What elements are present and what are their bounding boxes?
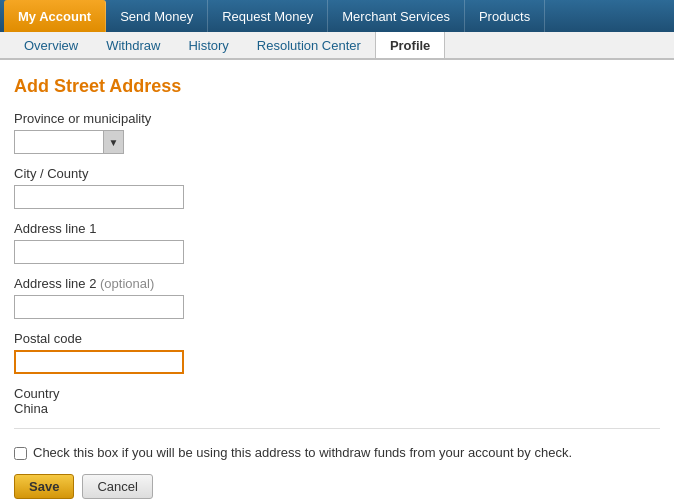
city-group: City / County: [14, 166, 660, 209]
address1-input[interactable]: [14, 240, 184, 264]
withdraw-checkbox-label: Check this box if you will be using this…: [33, 445, 572, 460]
city-label: City / County: [14, 166, 660, 181]
sub-navigation: Overview Withdraw History Resolution Cen…: [0, 32, 674, 60]
main-content: Add Street Address Province or municipal…: [0, 60, 674, 500]
nav-send-money[interactable]: Send Money: [106, 0, 208, 32]
province-select-wrap[interactable]: ▼: [14, 130, 124, 154]
nav-request-money[interactable]: Request Money: [208, 0, 328, 32]
province-select[interactable]: [15, 131, 103, 153]
withdraw-checkbox[interactable]: [14, 447, 27, 460]
divider: [14, 428, 660, 429]
nav-my-account[interactable]: My Account: [4, 0, 106, 32]
top-navigation: My Account Send Money Request Money Merc…: [0, 0, 674, 32]
address1-label: Address line 1: [14, 221, 660, 236]
nav-merchant-services[interactable]: Merchant Services: [328, 0, 465, 32]
city-input[interactable]: [14, 185, 184, 209]
page-title: Add Street Address: [14, 76, 660, 97]
subnav-withdraw[interactable]: Withdraw: [92, 32, 174, 58]
postal-code-input[interactable]: [14, 350, 184, 374]
postal-code-label: Postal code: [14, 331, 660, 346]
chevron-down-icon: ▼: [103, 131, 123, 153]
postal-code-group: Postal code: [14, 331, 660, 374]
withdraw-checkbox-group: Check this box if you will be using this…: [14, 445, 660, 460]
form-buttons: Save Cancel: [14, 474, 660, 499]
subnav-overview[interactable]: Overview: [10, 32, 92, 58]
country-label: Country: [14, 386, 660, 401]
country-group: Country China: [14, 386, 660, 416]
country-value: China: [14, 401, 660, 416]
subnav-history[interactable]: History: [174, 32, 242, 58]
subnav-resolution-center[interactable]: Resolution Center: [243, 32, 375, 58]
address2-label: Address line 2 (optional): [14, 276, 660, 291]
save-button[interactable]: Save: [14, 474, 74, 499]
cancel-button[interactable]: Cancel: [82, 474, 152, 499]
address1-group: Address line 1: [14, 221, 660, 264]
address2-optional: (optional): [100, 276, 154, 291]
nav-products[interactable]: Products: [465, 0, 545, 32]
province-group: Province or municipality ▼: [14, 111, 660, 154]
subnav-profile[interactable]: Profile: [375, 32, 445, 58]
address2-group: Address line 2 (optional): [14, 276, 660, 319]
address2-input[interactable]: [14, 295, 184, 319]
province-label: Province or municipality: [14, 111, 660, 126]
